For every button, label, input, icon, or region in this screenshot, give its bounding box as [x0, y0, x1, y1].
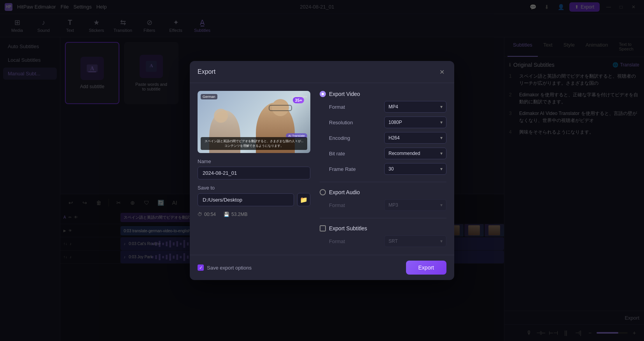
save-export-options-label: Save export options	[207, 265, 252, 271]
encoding-row: Encoding H264 H265 VP9	[320, 132, 446, 144]
export-audio-radio[interactable]	[320, 189, 326, 195]
folder-browse-button[interactable]: 📁	[297, 193, 310, 206]
bitrate-select-wrap: Low Recommended High Custom	[384, 148, 446, 159]
export-modal: Export ✕	[190, 61, 454, 280]
modal-close-button[interactable]: ✕	[437, 67, 446, 77]
duration-item: ⏱ 00:54	[198, 212, 216, 217]
export-subtitles-checkbox[interactable]	[320, 225, 326, 231]
file-icon: 💾	[224, 212, 229, 217]
audio-format-select-wrap: MP3 AAC	[384, 199, 446, 211]
resolution-row: Resolution 720P 1080P 2K 4K	[320, 117, 446, 128]
modal-right: Export Video Format MP4 MOV AVI MKV	[320, 91, 446, 247]
preview-right-badges: 35+ Languages	[292, 94, 307, 98]
preview-german-badge: German	[201, 94, 217, 99]
framerate-row: Frame Rate 24 25 30 60	[320, 163, 446, 175]
section-divider-2	[320, 218, 446, 218]
export-subtitles-header: Export Subtitles	[320, 225, 446, 231]
encoding-select[interactable]: H264 H265 VP9	[384, 132, 446, 144]
modal-left: German 35+ Languages AI Translate スペイン語と…	[198, 91, 310, 247]
export-subtitles-section: Export Subtitles Format SRT VTT ASS	[320, 225, 446, 247]
bitrate-row: Bit rate Low Recommended High Custom	[320, 148, 446, 159]
format-row: Format MP4 MOV AVI MKV	[320, 101, 446, 113]
name-input[interactable]	[198, 167, 310, 179]
preview-subtitle-bar: スペイン語と英語の間でビデオを翻訳すると、さまざまな国の人々が...コンテンツを…	[201, 137, 307, 150]
modal-title: Export	[198, 68, 215, 75]
export-video-section: Export Video Format MP4 MOV AVI MKV	[320, 91, 446, 175]
format-label: Format	[329, 104, 345, 110]
framerate-select[interactable]: 24 25 30 60	[384, 163, 446, 175]
save-export-options-checkbox[interactable]	[198, 264, 204, 271]
save-to-label: Save to	[198, 185, 310, 191]
save-to-input[interactable]	[198, 193, 294, 206]
preview-35-badge: 35+	[293, 97, 304, 103]
resolution-select[interactable]: 720P 1080P 2K 4K	[384, 117, 446, 128]
export-audio-header: Export Audio	[320, 189, 446, 195]
modal-header: Export ✕	[190, 61, 454, 83]
format-select[interactable]: MP4 MOV AVI MKV	[384, 101, 446, 113]
preview-head-2	[214, 109, 228, 123]
modal-export-button[interactable]: Export	[406, 261, 446, 275]
name-field-row: Name	[198, 158, 310, 179]
export-video-header: Export Video	[320, 91, 446, 97]
subtitle-format-label: Format	[329, 238, 345, 244]
format-select-wrap: MP4 MOV AVI MKV	[384, 101, 446, 113]
clock-icon: ⏱	[198, 212, 202, 217]
modal-footer: Save export options Export	[190, 255, 454, 280]
modal-backdrop: Export ✕	[0, 0, 644, 341]
framerate-select-wrap: 24 25 30 60	[384, 163, 446, 175]
encoding-select-wrap: H264 H265 VP9	[384, 132, 446, 144]
filesize-item: 💾 53.2MB	[224, 212, 247, 217]
preview-background: German 35+ Languages AI Translate スペイン語と…	[198, 91, 310, 153]
subtitle-format-select[interactable]: SRT VTT ASS	[384, 235, 446, 247]
resolution-label: Resolution	[329, 120, 353, 125]
bitrate-label: Bit rate	[329, 151, 345, 157]
name-label: Name	[198, 158, 310, 164]
video-preview: German 35+ Languages AI Translate スペイン語と…	[198, 91, 310, 153]
preview-glasses	[269, 105, 292, 111]
save-to-field-row: Save to 📁	[198, 185, 310, 206]
modal-body: German 35+ Languages AI Translate スペイン語と…	[190, 83, 454, 255]
export-video-radio[interactable]	[320, 91, 326, 97]
meta-row: ⏱ 00:54 💾 53.2MB	[198, 212, 310, 217]
framerate-label: Frame Rate	[329, 166, 356, 172]
audio-format-label: Format	[329, 202, 345, 208]
export-audio-section: Export Audio Format MP3 AAC	[320, 189, 446, 211]
section-divider-1	[320, 182, 446, 182]
encoding-label: Encoding	[329, 135, 350, 141]
resolution-select-wrap: 720P 1080P 2K 4K	[384, 117, 446, 128]
save-options-row: Save export options	[198, 264, 252, 271]
bitrate-select[interactable]: Low Recommended High Custom	[384, 148, 446, 159]
audio-format-row: Format MP3 AAC	[320, 199, 446, 211]
subtitle-format-row: Format SRT VTT ASS	[320, 235, 446, 247]
audio-format-select[interactable]: MP3 AAC	[384, 199, 446, 211]
save-to-row: 📁	[198, 193, 310, 206]
subtitle-format-select-wrap: SRT VTT ASS	[384, 235, 446, 247]
